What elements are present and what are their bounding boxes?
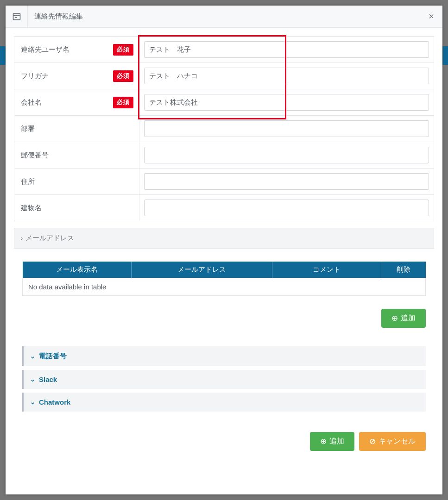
input-dept[interactable] [144, 120, 429, 137]
col-display-name: メール表示名 [23, 262, 132, 278]
submit-add-button[interactable]: ⊕ 追加 [310, 432, 354, 451]
plus-circle-icon: ⊕ [320, 438, 327, 445]
row-company: 会社名 必須 [14, 89, 434, 116]
chevron-down-icon: ⌄ [30, 376, 35, 383]
form-icon [6, 6, 28, 27]
close-icon[interactable]: × [420, 6, 442, 27]
add-mail-button[interactable]: ⊕ 追加 [381, 309, 426, 328]
input-furigana[interactable] [144, 68, 429, 84]
row-username: 連絡先ユーザ名 必須 [14, 37, 434, 63]
chevron-right-icon: › [21, 235, 23, 242]
input-username[interactable] [144, 41, 429, 58]
mail-area: メール表示名 メールアドレス コメント 削除 No data available… [14, 262, 434, 296]
contact-edit-modal: 連絡先情報編集 × 連絡先ユーザ名 必須 フリガナ 必須 [6, 6, 442, 494]
col-address: メールアドレス [131, 262, 272, 278]
input-building[interactable] [144, 200, 429, 216]
input-postal[interactable] [144, 147, 429, 163]
label-building: 建物名 [21, 204, 42, 212]
required-badge: 必須 [113, 70, 133, 82]
cancel-button[interactable]: ⊘ キャンセル [359, 432, 426, 451]
contact-form: 連絡先ユーザ名 必須 フリガナ 必須 [14, 36, 434, 221]
cancel-icon: ⊘ [369, 438, 376, 445]
modal-body: 連絡先ユーザ名 必須 フリガナ 必須 [6, 28, 442, 494]
section-slack[interactable]: ⌄ Slack [22, 370, 426, 389]
required-badge: 必須 [113, 97, 133, 108]
row-postal: 郵便番号 [14, 142, 434, 169]
label-dept: 部署 [21, 125, 35, 133]
row-dept: 部署 [14, 116, 434, 142]
label-username: 連絡先ユーザ名 [21, 45, 69, 54]
label-address: 住所 [21, 177, 35, 186]
svg-rect-0 [13, 13, 20, 19]
table-row-empty: No data available in table [23, 278, 426, 296]
label-furigana: フリガナ [21, 72, 49, 81]
label-postal: 郵便番号 [21, 151, 49, 160]
col-delete: 削除 [381, 262, 426, 278]
chevron-down-icon: ⌄ [30, 399, 35, 406]
input-address[interactable] [144, 173, 429, 190]
required-badge: 必須 [113, 44, 133, 56]
chevron-down-icon: ⌄ [30, 353, 35, 360]
section-mail[interactable]: › メールアドレス [14, 228, 434, 249]
row-building: 建物名 [14, 195, 434, 221]
empty-message: No data available in table [23, 278, 426, 296]
input-company[interactable] [144, 94, 429, 111]
row-address: 住所 [14, 169, 434, 195]
modal-title: 連絡先情報編集 [28, 6, 420, 27]
modal-header: 連絡先情報編集 × [6, 6, 442, 28]
plus-circle-icon: ⊕ [391, 314, 398, 322]
mail-table: メール表示名 メールアドレス コメント 削除 No data available… [22, 262, 426, 296]
row-furigana: フリガナ 必須 [14, 63, 434, 89]
footer-actions: ⊕ 追加 ⊘ キャンセル [14, 412, 434, 459]
section-phone[interactable]: ⌄ 電話番号 [22, 346, 426, 366]
section-chatwork[interactable]: ⌄ Chatwork [22, 393, 426, 412]
col-comment: コメント [272, 262, 381, 278]
label-company: 会社名 [21, 98, 42, 107]
